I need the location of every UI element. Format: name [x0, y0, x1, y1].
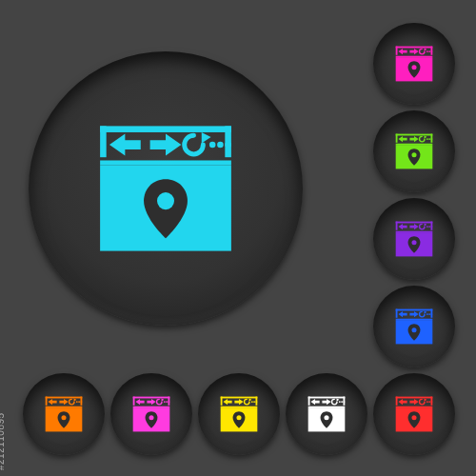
svg-point-43 [428, 226, 430, 228]
svg-point-68 [430, 401, 432, 403]
svg-rect-48 [396, 309, 433, 311]
browser-get-location-icon [305, 392, 348, 436]
svg-point-23 [411, 65, 416, 69]
svg-point-91 [253, 401, 255, 403]
svg-point-71 [411, 415, 416, 420]
svg-rect-0 [100, 126, 231, 132]
svg-rect-81 [308, 407, 346, 407]
browser-get-location-icon [217, 392, 261, 436]
svg-point-104 [168, 401, 169, 403]
svg-rect-73 [308, 397, 310, 406]
svg-marker-51 [398, 311, 407, 317]
icon-button-variant-3[interactable] [373, 286, 455, 367]
icon-button-variant-7[interactable] [110, 373, 192, 455]
svg-point-55 [428, 313, 430, 315]
svg-point-92 [255, 401, 257, 403]
svg-marker-41 [425, 223, 427, 226]
svg-point-90 [251, 401, 253, 403]
svg-marker-113 [74, 398, 77, 401]
svg-rect-49 [396, 309, 398, 318]
svg-point-32 [430, 138, 432, 140]
svg-marker-53 [425, 310, 427, 313]
svg-marker-63 [398, 399, 407, 405]
svg-rect-45 [396, 231, 433, 232]
browser-get-location-icon [392, 129, 436, 173]
svg-point-79 [341, 401, 343, 403]
browser-get-location-icon [129, 392, 173, 436]
icon-button-variant-4[interactable] [373, 373, 455, 455]
svg-point-18 [426, 50, 428, 52]
svg-rect-84 [221, 397, 258, 399]
svg-marker-17 [425, 48, 427, 50]
svg-marker-39 [398, 224, 407, 229]
svg-rect-96 [133, 397, 170, 399]
svg-rect-36 [396, 222, 433, 224]
svg-point-83 [324, 415, 328, 420]
svg-point-119 [61, 415, 66, 420]
svg-rect-37 [396, 222, 398, 230]
svg-point-67 [428, 401, 430, 403]
svg-rect-14 [430, 47, 432, 55]
svg-marker-29 [425, 135, 427, 138]
svg-rect-1 [100, 126, 107, 157]
svg-marker-4 [150, 134, 182, 156]
svg-rect-24 [396, 134, 433, 136]
svg-point-8 [225, 142, 231, 149]
icon-button-variant-2[interactable] [373, 198, 455, 280]
svg-point-47 [411, 240, 416, 245]
browser-get-location-icon [42, 392, 86, 436]
svg-marker-16 [409, 49, 418, 54]
svg-marker-75 [310, 399, 319, 405]
svg-rect-109 [46, 397, 48, 406]
svg-rect-105 [133, 407, 170, 407]
svg-point-114 [76, 401, 78, 403]
svg-point-80 [343, 401, 345, 403]
svg-point-35 [411, 152, 416, 157]
icon-button-variant-8[interactable] [23, 373, 105, 455]
svg-point-103 [166, 401, 168, 403]
icon-button-main[interactable] [29, 51, 303, 326]
svg-rect-2 [225, 126, 231, 157]
svg-marker-40 [409, 224, 418, 229]
svg-point-30 [426, 138, 428, 140]
svg-marker-52 [409, 311, 418, 317]
svg-marker-15 [398, 49, 407, 54]
svg-rect-72 [308, 397, 346, 399]
svg-rect-108 [46, 397, 83, 399]
svg-point-20 [430, 50, 432, 52]
svg-point-19 [428, 50, 430, 52]
svg-point-59 [411, 327, 416, 332]
svg-marker-65 [425, 398, 427, 401]
browser-get-location-icon [392, 42, 436, 86]
svg-rect-117 [46, 407, 83, 407]
svg-rect-69 [396, 407, 433, 407]
svg-rect-9 [100, 160, 231, 165]
icon-button-variant-5[interactable] [286, 373, 367, 455]
browser-get-location-icon [392, 392, 436, 436]
svg-point-56 [430, 313, 432, 315]
svg-point-42 [426, 226, 428, 228]
svg-rect-61 [396, 397, 398, 406]
svg-marker-101 [162, 398, 165, 401]
svg-point-7 [217, 142, 224, 149]
svg-marker-111 [48, 399, 56, 405]
svg-point-107 [149, 415, 153, 420]
svg-rect-97 [133, 397, 135, 406]
svg-point-54 [426, 313, 428, 315]
svg-point-6 [209, 142, 216, 149]
browser-get-location-icon [392, 217, 436, 261]
browser-get-location-icon [392, 305, 436, 348]
icon-button-variant-0[interactable] [373, 23, 455, 105]
svg-marker-88 [234, 399, 243, 405]
svg-marker-76 [322, 399, 330, 405]
svg-rect-57 [396, 319, 433, 320]
svg-point-116 [80, 401, 82, 403]
svg-point-31 [428, 138, 430, 140]
svg-marker-87 [223, 399, 231, 405]
svg-marker-5 [202, 132, 211, 143]
svg-rect-12 [396, 47, 433, 49]
icon-button-variant-1[interactable] [373, 110, 455, 192]
svg-rect-13 [396, 47, 398, 55]
icon-button-variant-6[interactable] [198, 373, 280, 455]
svg-rect-21 [396, 56, 433, 57]
